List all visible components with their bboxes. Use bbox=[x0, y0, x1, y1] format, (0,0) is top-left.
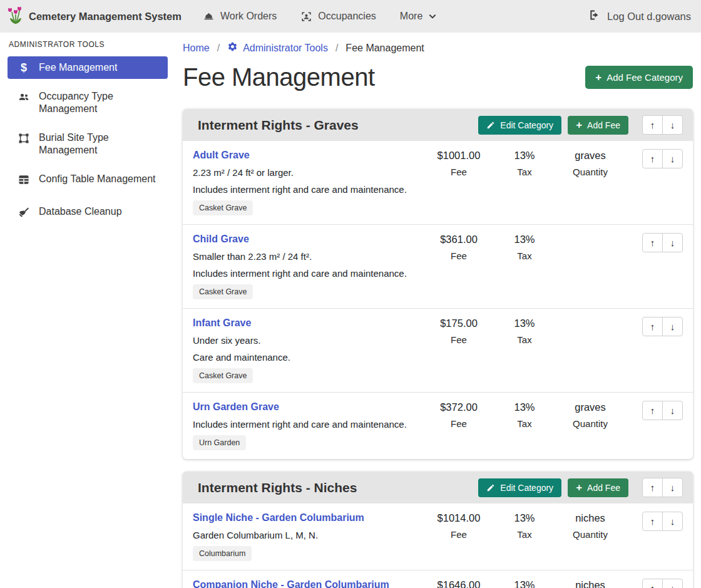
table-icon bbox=[18, 173, 30, 189]
fee-amount-label: Fee bbox=[421, 418, 496, 429]
move-fee-down-button[interactable]: ↓ bbox=[662, 149, 683, 168]
sidebar-item-label: Fee Management bbox=[39, 61, 117, 74]
sidebar-item-fee-management[interactable]: $ Fee Management bbox=[8, 56, 168, 79]
fee-type-badge: Urn Garden bbox=[193, 435, 246, 450]
nav-item-occupancies[interactable]: Occupancies bbox=[300, 11, 376, 23]
fee-quantity-value: niches bbox=[553, 512, 628, 524]
move-fee-down-button[interactable]: ↓ bbox=[662, 579, 683, 588]
breadcrumb-home-link[interactable]: Home bbox=[183, 43, 210, 54]
move-fee-down-button[interactable]: ↓ bbox=[662, 512, 683, 531]
fee-name-link[interactable]: Infant Grave bbox=[193, 317, 251, 329]
logout-icon bbox=[588, 9, 601, 24]
category-title: Interment Rights - Graves bbox=[198, 118, 359, 133]
edit-category-button[interactable]: Edit Category bbox=[478, 478, 561, 497]
fee-type-badge: Casket Grave bbox=[193, 368, 253, 383]
fee-tax: 13% Tax bbox=[496, 317, 553, 345]
categories: Interment Rights - Graves Edit Category … bbox=[183, 109, 693, 588]
broom-icon bbox=[18, 206, 30, 222]
nav-item-more[interactable]: More bbox=[400, 11, 437, 22]
fee-tax-value: 13% bbox=[496, 233, 553, 245]
move-fee-up-button[interactable]: ↑ bbox=[642, 233, 663, 252]
fee-descriptions: Garden Columbarium L, M, N. bbox=[193, 530, 421, 541]
nav-item-label: Work Orders bbox=[220, 11, 277, 22]
main-content: Home / Administrator Tools / Fee Managem… bbox=[175, 33, 701, 588]
move-fee-up-button[interactable]: ↑ bbox=[642, 317, 663, 336]
fee-amount: $1014.00 Fee bbox=[421, 512, 496, 540]
fee-amount-value: $361.00 bbox=[421, 233, 496, 245]
fee-quantity: niches Quantity bbox=[553, 512, 628, 540]
fee-tax-label: Tax bbox=[496, 167, 553, 177]
fee-reorder-group: ↑ ↓ bbox=[642, 233, 683, 252]
fee-category-card: Interment Rights - Niches Edit Category … bbox=[183, 472, 693, 588]
move-fee-up-button[interactable]: ↑ bbox=[642, 149, 663, 168]
fee-tax-label: Tax bbox=[496, 529, 553, 540]
fee-tax: 13% Tax bbox=[496, 233, 553, 261]
fee-quantity-value: graves bbox=[553, 149, 628, 162]
brand[interactable]: Cemetery Management System bbox=[8, 6, 182, 27]
fee-tax-label: Tax bbox=[496, 334, 553, 345]
fee-amount-value: $1014.00 bbox=[421, 512, 496, 524]
logout-label: Log Out d.gowans bbox=[607, 11, 691, 23]
add-fee-button[interactable]: + Add Fee bbox=[568, 478, 628, 497]
move-category-down-button[interactable]: ↓ bbox=[662, 478, 683, 497]
sidebar-item-label: Database Cleanup bbox=[39, 205, 122, 218]
fee-tax: 13% Tax bbox=[496, 149, 553, 177]
fee-name-link[interactable]: Companion Niche - Garden Columbarium bbox=[193, 579, 389, 588]
fee-row: Child Grave Smaller than 2.23 m² / 24 ft… bbox=[183, 225, 693, 309]
fee-quantity-value: graves bbox=[553, 401, 628, 413]
users-icon bbox=[18, 91, 30, 106]
fee-description: Garden Columbarium L, M, N. bbox=[193, 530, 421, 541]
category-header: Interment Rights - Graves Edit Category … bbox=[183, 109, 693, 141]
nav-item-work-orders[interactable]: Work Orders bbox=[203, 11, 277, 23]
chevron-down-icon bbox=[428, 12, 437, 21]
fee-tax: 13% Tax bbox=[496, 512, 553, 540]
fee-name-link[interactable]: Single Niche - Garden Columbarium bbox=[193, 512, 364, 524]
fee-descriptions: Includes interment right and care and ma… bbox=[193, 419, 421, 430]
fee-badges: Casket Grave bbox=[193, 284, 421, 303]
sidebar-item-label: Burial Site Type Management bbox=[39, 132, 158, 157]
fee-amount-value: $1001.00 bbox=[421, 149, 496, 162]
move-fee-up-button[interactable]: ↑ bbox=[642, 401, 663, 420]
fee-amount-value: $372.00 bbox=[421, 401, 496, 413]
move-category-down-button[interactable]: ↓ bbox=[662, 115, 683, 135]
move-category-up-button[interactable]: ↑ bbox=[642, 115, 663, 135]
fee-amount: $361.00 Fee bbox=[421, 233, 496, 261]
fee-row: Companion Niche - Garden Columbarium Gar… bbox=[183, 570, 693, 588]
fee-tax-value: 13% bbox=[496, 401, 553, 413]
fee-description: Smaller than 2.23 m² / 24 ft². bbox=[193, 251, 421, 262]
sidebar-item-occupancy-type-management[interactable]: Occupancy Type Management bbox=[8, 85, 168, 120]
fee-reorder-group: ↑ ↓ bbox=[642, 149, 683, 168]
add-fee-category-button[interactable]: + Add Fee Category bbox=[585, 66, 693, 89]
move-fee-down-button[interactable]: ↓ bbox=[662, 233, 683, 252]
fee-quantity: niches Quantity bbox=[553, 579, 628, 588]
sidebar-item-burial-site-type-management[interactable]: Burial Site Type Management bbox=[8, 126, 168, 162]
fee-badges: Casket Grave bbox=[193, 200, 421, 219]
fee-name-link[interactable]: Adult Grave bbox=[193, 149, 250, 162]
nav-item-label: More bbox=[400, 11, 422, 22]
move-fee-down-button[interactable]: ↓ bbox=[662, 401, 683, 420]
category-header: Interment Rights - Niches Edit Category … bbox=[183, 472, 693, 503]
sidebar-item-database-cleanup[interactable]: Database Cleanup bbox=[8, 200, 168, 227]
move-fee-down-button[interactable]: ↓ bbox=[662, 317, 683, 336]
pencil-icon bbox=[486, 483, 495, 492]
breadcrumb: Home / Administrator Tools / Fee Managem… bbox=[183, 41, 693, 54]
pencil-icon bbox=[486, 121, 495, 130]
add-fee-button[interactable]: + Add Fee bbox=[568, 116, 628, 135]
move-fee-up-button[interactable]: ↑ bbox=[642, 512, 663, 531]
sidebar-item-config-table-management[interactable]: Config Table Management bbox=[8, 168, 168, 194]
top-navbar: Cemetery Management System Work Orders bbox=[0, 0, 701, 33]
logout-button[interactable]: Log Out d.gowans bbox=[588, 9, 691, 24]
fee-name-link[interactable]: Child Grave bbox=[193, 233, 249, 245]
breadcrumb-admin-tools-link[interactable]: Administrator Tools bbox=[227, 41, 328, 54]
fee-description: Includes interment right and care and ma… bbox=[193, 419, 421, 430]
move-fee-up-button[interactable]: ↑ bbox=[642, 579, 663, 588]
fee-name-link[interactable]: Urn Garden Grave bbox=[193, 401, 279, 413]
fee-type-badge: Casket Grave bbox=[193, 284, 253, 299]
edit-category-button[interactable]: Edit Category bbox=[478, 116, 561, 135]
fee-amount: $1646.00 Fee bbox=[421, 579, 496, 588]
move-category-up-button[interactable]: ↑ bbox=[642, 478, 663, 497]
fee-reorder-group: ↑ ↓ bbox=[642, 512, 683, 531]
fee-description: Includes interment right and care and ma… bbox=[193, 268, 421, 279]
app-title: Cemetery Management System bbox=[29, 11, 182, 23]
fee-amount-value: $175.00 bbox=[421, 317, 496, 329]
